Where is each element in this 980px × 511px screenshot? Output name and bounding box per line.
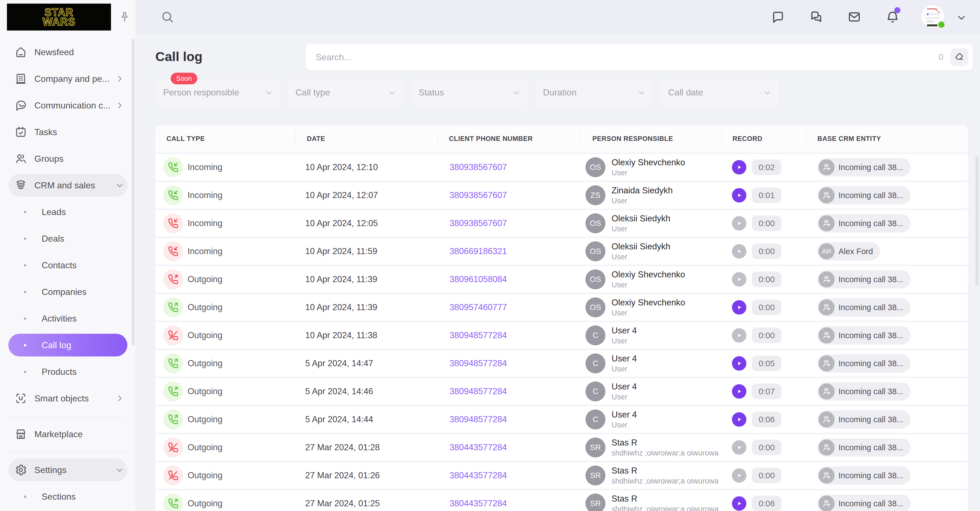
table-row[interactable]: Outgoing 10 Apr 2024, 11:39 380957460777… [155,294,968,321]
filter-person-responsible[interactable]: SoonPerson responsible [155,80,280,106]
play-record-button[interactable] [732,328,746,342]
play-record-button[interactable] [732,384,746,399]
sidebar-item-settings[interactable]: Settings [0,457,136,483]
sidebar-item-newsfeed[interactable]: Newsfeed [0,39,136,65]
sidebar-item-products[interactable]: Products [0,358,136,385]
base-crm-entity-chip[interactable]: Incoming call 38... [818,354,911,373]
play-record-button[interactable] [732,244,746,259]
play-record-button[interactable] [732,356,746,371]
sidebar-item-deals[interactable]: Deals [0,225,136,252]
sidebar-item-company-and-people[interactable]: Company and pe... [0,65,136,92]
play-record-button[interactable] [732,216,746,231]
client-phone-link[interactable]: 380938567607 [450,218,507,228]
pin-sidebar-icon[interactable] [118,11,131,24]
base-crm-entity-chip[interactable]: Incoming call 38... [818,410,911,428]
table-row[interactable]: Outgoing 27 Mar 2024, 01:25 380443577284… [155,490,968,511]
mail-icon[interactable] [847,10,861,24]
table-row[interactable]: Outgoing 5 Apr 2024, 14:46 380948577284 … [155,378,968,405]
play-record-button[interactable] [732,496,746,511]
search-icon[interactable] [161,10,174,24]
sidebar-item-call-log[interactable]: Call log [0,332,136,358]
client-phone-link[interactable]: 380938567607 [450,190,507,200]
sidebar-item-smart-objects[interactable]: Smart objects [0,385,136,412]
sidebar-item-tasks[interactable]: Tasks [0,119,136,145]
filter-status[interactable]: Status [411,80,528,106]
base-crm-entity-chip[interactable]: Incoming call 38... [818,186,911,204]
table-row[interactable]: Incoming 10 Apr 2024, 12:07 380938567607… [155,182,968,209]
filter-duration[interactable]: Duration [535,80,653,106]
person-avatar: C [585,325,605,345]
sidebar-item-leads[interactable]: Leads [0,199,136,225]
base-crm-entity-chip[interactable]: Incoming call 38... [818,158,911,177]
play-record-button[interactable] [732,412,746,427]
filter-call-type[interactable]: Call type [288,80,403,106]
person-avatar: OS [585,157,605,177]
sidebar-item-sections[interactable]: Sections [0,483,136,510]
table-row[interactable]: Incoming 10 Apr 2024, 12:10 380938567607… [155,154,968,181]
sidebar-item-groups[interactable]: Groups [0,145,136,172]
person-info: User 4 User [611,410,637,430]
column-header[interactable]: Base CRM entity [818,135,881,143]
clear-search-button[interactable] [951,48,968,66]
play-record-button[interactable] [732,272,746,287]
base-crm-entity-chip[interactable]: Incoming call 38... [818,270,911,288]
play-record-button[interactable] [732,468,746,483]
sidebar-item-contacts[interactable]: Contacts [0,252,136,279]
table-row[interactable]: Outgoing 27 Mar 2024, 01:26 380443577284… [155,462,968,489]
base-crm-entity-chip[interactable]: Incoming call 38... [818,326,911,345]
client-phone-link[interactable]: 380443577284 [450,443,507,452]
entity-label: Incoming call 38... [838,499,904,508]
client-phone-link[interactable]: 380957460777 [450,302,507,312]
client-phone-link[interactable]: 380938567607 [450,162,507,172]
table-row[interactable]: Outgoing 27 Mar 2024, 01:28 380443577284… [155,434,968,461]
client-phone-link[interactable]: 380948577284 [450,414,507,425]
sidebar-item-crm-and-sales[interactable]: CRM and sales [0,172,136,199]
person-arrow-icon [819,355,835,371]
base-crm-entity-chip[interactable]: Incoming call 38... [818,382,911,401]
sidebar-item-communication-channels[interactable]: Communication c... [0,92,136,119]
table-row[interactable]: Outgoing 10 Apr 2024, 11:39 380961058084… [155,266,968,293]
sidebar-item-activities[interactable]: Activities [0,305,136,332]
table-row[interactable]: Outgoing 5 Apr 2024, 14:47 380948577284 … [155,350,968,377]
base-crm-entity-chip[interactable]: Incoming call 38... [818,438,911,457]
sidebar-scrollbar[interactable] [132,39,135,345]
search-input[interactable] [306,52,939,62]
chevron-down-icon[interactable] [956,12,967,23]
client-phone-link[interactable]: 380961058084 [450,274,507,284]
client-phone-link[interactable]: 380948577284 [450,358,507,368]
base-crm-entity-chip[interactable]: Incoming call 38... [818,494,911,511]
avatar[interactable] [921,5,945,28]
play-record-button[interactable] [732,440,746,455]
column-header[interactable]: Client phone number [449,135,533,143]
brand-logo[interactable]: STAR WARS [7,3,111,30]
filter-call-date[interactable]: Call date [660,80,779,106]
table-row[interactable]: Incoming 10 Apr 2024, 11:59 380669186321… [155,238,968,265]
column-header[interactable]: Date [307,135,325,143]
client-phone-link[interactable]: 380948577284 [450,330,507,341]
table-row[interactable]: Incoming 10 Apr 2024, 12:05 380938567607… [155,210,968,237]
bullet-icon [24,264,26,267]
column-header[interactable]: Person responsible [592,135,673,143]
sidebar-item-marketplace[interactable]: Marketplace [0,421,136,447]
base-crm-entity-chip[interactable]: Incoming call 38... [818,466,911,485]
base-crm-entity-chip[interactable]: Incoming call 38... [818,214,911,232]
topbar [136,0,980,34]
base-crm-entity-chip[interactable]: Incoming call 38... [818,298,911,317]
play-record-button[interactable] [732,188,746,202]
table-row[interactable]: Outgoing 10 Apr 2024, 11:38 380948577284… [155,322,968,349]
main-scrollbar[interactable] [975,155,978,286]
sidebar-item-companies[interactable]: Companies [0,279,136,305]
play-record-button[interactable] [732,300,746,315]
client-phone-link[interactable]: 380443577284 [450,471,507,481]
comment-icon[interactable] [771,10,785,24]
client-phone-link[interactable]: 380948577284 [450,387,507,396]
table-row[interactable]: Outgoing 5 Apr 2024, 14:44 380948577284 … [155,406,968,433]
client-phone-link[interactable]: 380443577284 [450,498,507,508]
phone-missed-icon [163,465,183,486]
chats-icon[interactable] [809,10,823,24]
play-record-button[interactable] [732,160,746,175]
column-header[interactable]: Record [732,135,762,143]
column-header[interactable]: Call type [167,135,205,143]
client-phone-link[interactable]: 380669186321 [450,246,507,256]
base-crm-entity-chip[interactable]: АИ Alex Ford [818,242,880,261]
